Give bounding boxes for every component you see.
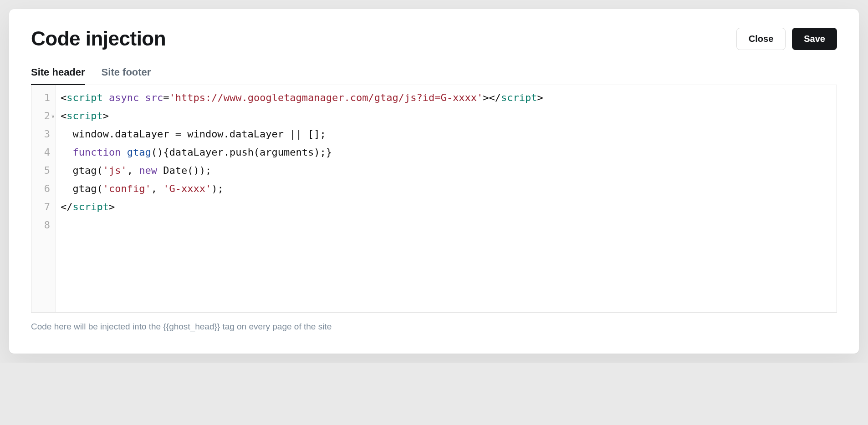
code-line: function gtag(){dataLayer.push(arguments… bbox=[61, 143, 832, 162]
line-number: 3 bbox=[35, 125, 50, 143]
code-line: <script async src='https://www.googletag… bbox=[61, 89, 832, 107]
line-number: 5 bbox=[35, 162, 50, 180]
code-line: <script> bbox=[61, 107, 832, 125]
modal-header: Code injection Close Save bbox=[31, 27, 837, 50]
tab-site-footer[interactable]: Site footer bbox=[102, 66, 151, 85]
code-line: </script> bbox=[61, 198, 832, 216]
editor-gutter: 12v345678 bbox=[31, 85, 56, 312]
editor-code-area[interactable]: <script async src='https://www.googletag… bbox=[56, 85, 837, 312]
code-line: gtag('js', new Date()); bbox=[61, 162, 832, 180]
line-number: 1 bbox=[35, 89, 50, 107]
code-line: gtag('config', 'G-xxxx'); bbox=[61, 180, 832, 198]
code-editor[interactable]: 12v345678 <script async src='https://www… bbox=[31, 85, 837, 313]
tabs: Site header Site footer bbox=[31, 66, 837, 85]
tab-site-header[interactable]: Site header bbox=[31, 66, 85, 85]
line-number: 6 bbox=[35, 180, 50, 198]
line-number: 2v bbox=[35, 107, 50, 125]
code-line bbox=[61, 216, 832, 234]
save-button[interactable]: Save bbox=[792, 28, 837, 50]
code-line: window.dataLayer = window.dataLayer || [… bbox=[61, 125, 832, 143]
line-number: 8 bbox=[35, 216, 50, 234]
fold-marker-icon[interactable]: v bbox=[51, 107, 55, 125]
modal-actions: Close Save bbox=[736, 28, 837, 50]
helper-text: Code here will be injected into the {{gh… bbox=[31, 322, 837, 332]
line-number: 7 bbox=[35, 198, 50, 216]
close-button[interactable]: Close bbox=[736, 28, 786, 50]
page-title: Code injection bbox=[31, 27, 166, 50]
line-number: 4 bbox=[35, 143, 50, 162]
code-injection-modal: Code injection Close Save Site header Si… bbox=[9, 9, 859, 354]
